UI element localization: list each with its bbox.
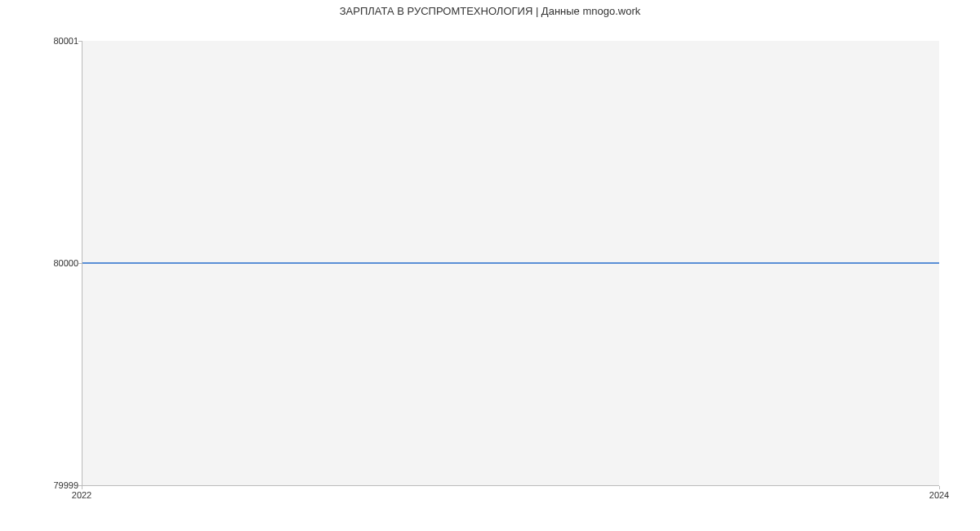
y-tick-label: 79999: [53, 480, 78, 490]
x-tick-label: 2024: [929, 490, 949, 500]
data-line: [82, 262, 939, 264]
y-tick-label: 80001: [53, 36, 78, 46]
x-tick-label: 2022: [72, 490, 91, 500]
x-tick-mark: [939, 486, 940, 489]
y-tick-mark: [78, 263, 82, 264]
y-tick-mark: [78, 41, 82, 42]
plot-area: [82, 41, 939, 486]
x-tick-mark: [82, 486, 82, 489]
chart-title: ЗАРПЛАТА В РУСПРОМТЕХНОЛОГИЯ | Данные mn…: [0, 5, 980, 17]
y-tick-label: 80000: [53, 258, 78, 268]
